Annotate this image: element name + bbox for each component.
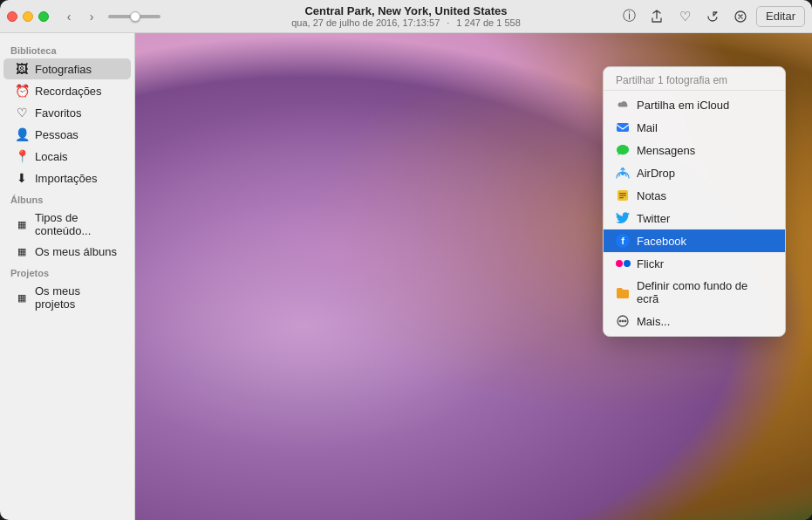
menu-item-messages[interactable]: Mensagens — [604, 139, 785, 161]
zoom-thumb[interactable] — [130, 11, 140, 22]
back-button[interactable]: ‹ — [59, 7, 78, 26]
sidebar-item-projetos[interactable]: ▦ Os meus projetos — [3, 281, 131, 314]
close-button[interactable] — [7, 11, 17, 22]
svg-rect-7 — [619, 197, 624, 198]
tipos-icon: ▦ — [14, 219, 30, 230]
svg-point-10 — [622, 320, 624, 322]
favorite-button[interactable]: ♡ — [672, 4, 697, 29]
notes-icon — [616, 188, 630, 202]
menu-item-mail[interactable]: Mail — [604, 116, 785, 139]
edit-button[interactable]: Editar — [756, 6, 805, 27]
minimize-button[interactable] — [23, 11, 33, 22]
forward-button[interactable]: › — [82, 7, 101, 26]
fotografias-icon: 🖼 — [14, 62, 30, 76]
menu-item-twitter[interactable]: Twitter — [604, 207, 785, 229]
menu-item-wallpaper[interactable]: Definir como fundo de ecrã — [604, 275, 785, 310]
main-photo-area: Partilhar 1 fotografia em Partilha em iC… — [135, 33, 812, 520]
nav-buttons: ‹ › — [59, 7, 101, 26]
sidebar-item-meus-albuns[interactable]: ▦ Os meus álbuns — [3, 242, 131, 262]
enhance-button[interactable] — [728, 4, 753, 29]
flickr-label: Flickr — [637, 257, 664, 270]
facebook-icon: f — [616, 234, 630, 248]
menu-item-notes[interactable]: Notas — [604, 184, 785, 207]
sidebar-section-projetos: Projetos — [0, 263, 134, 280]
airdrop-icon — [616, 166, 630, 180]
locais-icon: 📍 — [14, 149, 30, 163]
recordacoes-icon: ⏰ — [14, 84, 30, 98]
photo-counter: 1 247 de 1 558 — [456, 17, 520, 28]
info-button[interactable]: ⓘ — [617, 4, 641, 29]
share-dropdown: Partilhar 1 fotografia em Partilha em iC… — [603, 66, 786, 337]
svg-point-9 — [619, 320, 621, 322]
zoom-track[interactable] — [108, 15, 160, 18]
menu-item-airdrop[interactable]: AirDrop — [604, 161, 785, 184]
sidebar-item-importacoes[interactable]: ⬇ Importações — [3, 168, 131, 188]
photo-separator: · — [447, 17, 449, 28]
twitter-label: Twitter — [637, 212, 670, 225]
svg-point-11 — [624, 320, 626, 322]
titlebar-meta: qua, 27 de julho de 2016, 17:13:57 · 1 2… — [291, 17, 521, 28]
icloud-icon — [616, 98, 630, 112]
airdrop-label: AirDrop — [637, 167, 675, 180]
flickr-pink-dot — [616, 260, 623, 267]
twitter-icon — [616, 211, 630, 225]
menu-item-flickr[interactable]: Flickr — [604, 252, 785, 275]
titlebar: ‹ › Central Park, New York, United State… — [0, 0, 812, 33]
svg-rect-6 — [619, 195, 626, 196]
menu-item-more[interactable]: Mais... — [604, 310, 785, 332]
menu-item-facebook[interactable]: f Facebook — [604, 229, 785, 252]
albuns-icon: ▦ — [14, 246, 30, 257]
favoritos-icon: ♡ — [14, 106, 30, 120]
more-label: Mais... — [637, 315, 670, 328]
app-window: ‹ › Central Park, New York, United State… — [0, 0, 812, 520]
sidebar-item-favoritos[interactable]: ♡ Favoritos — [3, 102, 131, 123]
flickr-icon — [616, 257, 630, 270]
traffic-lights — [7, 11, 49, 22]
svg-rect-1 — [617, 123, 629, 132]
wallpaper-icon — [616, 285, 630, 299]
more-icon — [616, 314, 630, 328]
sidebar-item-recordacoes[interactable]: ⏰ Recordações — [3, 80, 131, 101]
sidebar-label-recordacoes: Recordações — [35, 85, 102, 98]
sidebar-section-albuns: Álbuns — [0, 189, 134, 207]
sidebar: Biblioteca 🖼 Fotografias ⏰ Recordações ♡… — [0, 33, 135, 520]
importacoes-icon: ⬇ — [14, 171, 30, 185]
sidebar-label-locais: Locais — [35, 150, 68, 163]
sidebar-item-fotografias[interactable]: 🖼 Fotografias — [3, 58, 131, 79]
projetos-icon: ▦ — [14, 292, 30, 304]
menu-item-icloud[interactable]: Partilha em iCloud — [604, 93, 785, 116]
photo-location: Central Park, New York, United States — [291, 4, 521, 17]
facebook-label: Facebook — [637, 235, 686, 248]
zoom-slider-container[interactable] — [108, 15, 160, 18]
pessoas-icon: 👤 — [14, 127, 30, 141]
maximize-button[interactable] — [38, 11, 49, 22]
sidebar-item-pessoas[interactable]: 👤 Pessoas — [3, 124, 131, 145]
content-area: Biblioteca 🖼 Fotografias ⏰ Recordações ♡… — [0, 33, 812, 520]
notes-label: Notas — [637, 189, 666, 202]
photo-date: qua, 27 de julho de 2016, 17:13:57 — [291, 17, 440, 28]
messages-icon — [616, 143, 630, 157]
titlebar-center: Central Park, New York, United States qu… — [291, 4, 521, 28]
sidebar-item-tipos-conteudo[interactable]: ▦ Tipos de conteúdo... — [3, 208, 131, 241]
dropdown-header: Partilhar 1 fotografia em — [604, 71, 785, 91]
sidebar-label-projetos: Os meus projetos — [35, 284, 120, 311]
sidebar-label-tipos: Tipos de conteúdo... — [35, 211, 120, 237]
sidebar-section-biblioteca: Biblioteca — [0, 40, 134, 58]
sidebar-label-favoritos: Favoritos — [35, 106, 81, 120]
mail-icon — [616, 120, 630, 134]
icloud-label: Partilha em iCloud — [637, 99, 729, 112]
sidebar-item-locais[interactable]: 📍 Locais — [3, 146, 131, 167]
wallpaper-label: Definir como fundo de ecrã — [637, 279, 773, 305]
sidebar-label-importacoes: Importações — [35, 172, 98, 185]
rotate-button[interactable] — [700, 4, 725, 29]
sidebar-label-albuns: Os meus álbuns — [35, 245, 117, 258]
sidebar-label-pessoas: Pessoas — [35, 128, 78, 141]
titlebar-actions: ⓘ ♡ Editar — [617, 4, 805, 29]
mail-label: Mail — [637, 121, 658, 134]
flickr-blue-dot — [624, 260, 631, 267]
sidebar-label-fotografias: Fotografias — [35, 63, 92, 76]
messages-label: Mensagens — [637, 144, 695, 157]
svg-rect-5 — [619, 193, 626, 194]
share-button[interactable] — [645, 4, 669, 29]
